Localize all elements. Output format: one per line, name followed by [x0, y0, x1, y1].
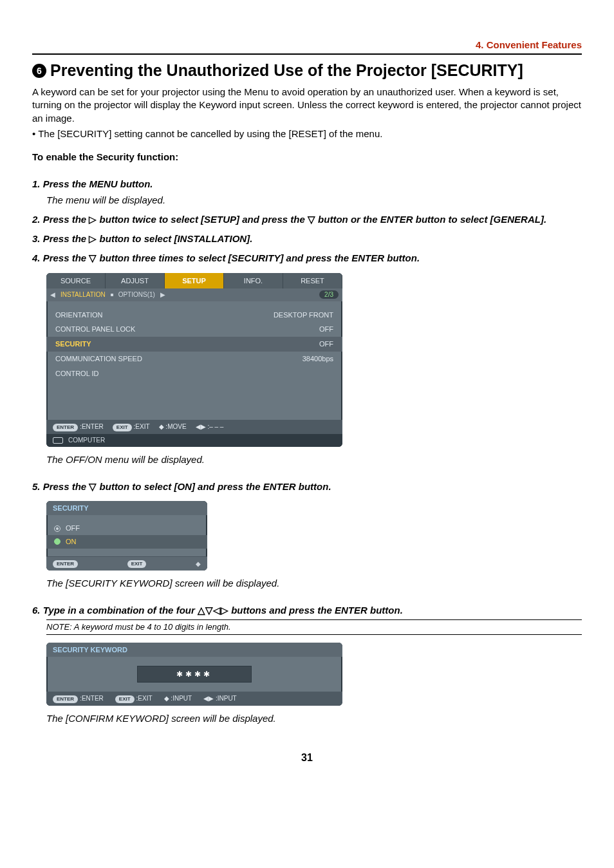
right-triangle-icon: ▷ [89, 233, 97, 244]
radio-icon-selected [54, 538, 60, 545]
tab-reset: RESET [283, 273, 342, 288]
lr-input-hint: ◀▶ :INPUT [203, 694, 237, 703]
subtab-options1: OPTIONS(1) [118, 290, 155, 299]
tab-source: SOURCE [46, 273, 106, 288]
row-security: SECURITYOFF [46, 337, 342, 352]
dot-icon [111, 294, 113, 296]
step-5: 5. Press the ▽ button to select [ON] and… [32, 480, 582, 493]
row-control-id: CONTROL ID [55, 366, 333, 381]
right-triangle-icon: ▷ [89, 214, 97, 225]
menu-subtabs: ◀ INSTALLATION OPTIONS(1) ▶ 2/3 [46, 288, 342, 301]
step-3: 3. Press the ▷ button to select [INSTALL… [32, 232, 582, 245]
exit-pill: EXIT [113, 424, 132, 431]
exit-pill: EXIT [115, 695, 135, 703]
page-indicator: 2/3 [319, 290, 339, 299]
step-4: 4. Press the ▽ button three times to sel… [32, 252, 582, 265]
step-1-sub: The menu will be displayed. [46, 194, 582, 207]
step-1: 1. Press the MENU button. [32, 178, 582, 191]
updown-icon: ◆ [196, 560, 201, 569]
tab-info: INFO. [224, 273, 283, 288]
row-orientation: ORIENTATIONDESKTOP FRONT [55, 308, 333, 323]
page-title: 6 Preventing the Unauthorized Use of the… [32, 60, 582, 82]
down-triangle-icon: ▽ [89, 252, 97, 263]
menu-footer-source: COMPUTER [46, 434, 342, 447]
enter-pill: ENTER [53, 560, 78, 568]
step-2: 2. Press the ▷ button twice to select [S… [32, 213, 582, 226]
dialog-footer: ENTER:ENTER EXIT:EXIT ◆ :INPUT ◀▶ :INPUT [46, 692, 342, 706]
enable-heading: To enable the Security function: [32, 151, 582, 164]
keyword-input-display: ✱✱✱✱ [137, 666, 252, 683]
enter-pill: ENTER [53, 424, 78, 431]
right-arrow-icon: ▶ [160, 290, 165, 299]
tab-setup: SETUP [165, 273, 224, 288]
row-communication-speed: COMMUNICATION SPEED38400bps [55, 352, 333, 366]
title-number-badge: 6 [32, 64, 46, 78]
step-6-after: The [CONFIRM KEYWORD] screen will be dis… [46, 712, 582, 725]
radio-off: OFF [54, 522, 200, 535]
tab-adjust: ADJUST [106, 273, 165, 288]
page-number: 31 [32, 751, 582, 765]
lr-hint: ◀▶ :– – – [196, 422, 224, 431]
ud-input-hint: ◆ :INPUT [164, 694, 192, 703]
menu-screenshot-security-keyword: SECURITY KEYWORD ✱✱✱✱ ENTER:ENTER EXIT:E… [46, 643, 342, 706]
intro-paragraph-1: A keyword can be set for your projector … [32, 86, 582, 125]
computer-icon [53, 437, 63, 444]
enter-pill: ENTER [53, 695, 78, 703]
menu-footer: ENTER:ENTER EXIT:EXIT ◆ :MOVE ◀▶ :– – – [46, 420, 342, 434]
dialog-title: SECURITY [46, 501, 207, 515]
dialog-footer: ENTER EXIT ◆ [46, 558, 207, 571]
down-triangle-icon: ▽ [308, 214, 315, 225]
subtab-installation: INSTALLATION [60, 290, 106, 299]
down-triangle-icon: ▽ [89, 481, 97, 492]
radio-icon [54, 525, 60, 532]
radio-on: ON [46, 535, 207, 549]
menu-body: ORIENTATIONDESKTOP FRONT CONTROL PANEL L… [46, 301, 342, 420]
left-arrow-icon: ◀ [50, 290, 55, 299]
section-header: 4. Convenient Features [32, 39, 582, 55]
intro-paragraph-2: • The [SECURITY] setting cannot be cance… [32, 127, 582, 140]
title-text: Preventing the Unauthorized Use of the P… [50, 60, 523, 82]
menu-screenshot-security-onoff: SECURITY OFF ON ENTER EXIT ◆ [46, 501, 207, 571]
step-5-after: The [SECURITY KEYWORD] screen will be di… [46, 577, 582, 590]
step-6: 6. Type in a combination of the four △▽◁… [32, 604, 582, 617]
step-4-after: The OFF/ON menu will be displayed. [46, 453, 582, 466]
four-triangles-icon: △▽◁▷ [198, 605, 228, 616]
row-control-panel-lock: CONTROL PANEL LOCKOFF [55, 322, 333, 337]
exit-pill: EXIT [127, 560, 147, 568]
menu-screenshot-setup: SOURCE ADJUST SETUP INFO. RESET ◀ INSTAL… [46, 273, 342, 447]
menu-tabs: SOURCE ADJUST SETUP INFO. RESET [46, 273, 342, 288]
move-hint: ◆ :MOVE [159, 422, 187, 431]
step-6-note: NOTE: A keyword must be 4 to 10 digits i… [46, 619, 582, 635]
dialog-title: SECURITY KEYWORD [46, 643, 342, 657]
